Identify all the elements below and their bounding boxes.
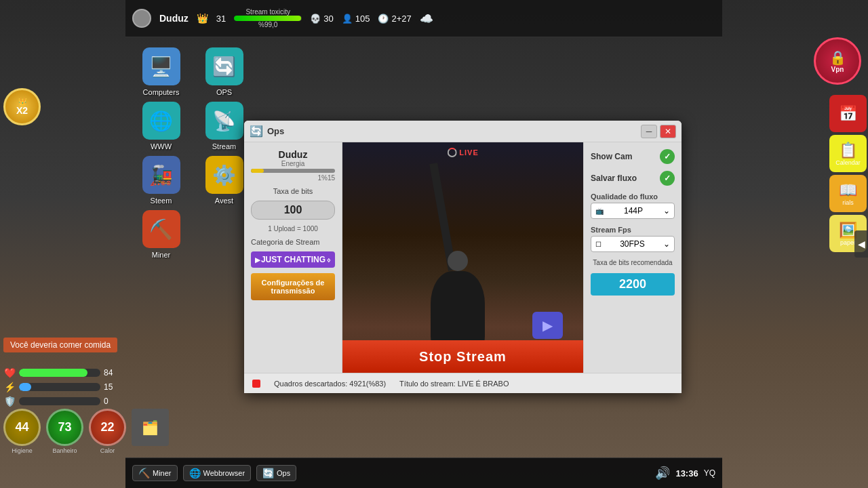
miner-taskbar-icon: ⛏️	[138, 468, 150, 479]
right-sidebar-icons: 📅 📋 Calendar 📖 rials 🖼️ paper	[829, 95, 867, 252]
salvar-fluxo-check[interactable]: ✓	[660, 171, 675, 186]
sidebar-docs-icon[interactable]: 📋 Calendar	[829, 135, 867, 172]
higiene-badge-container: 44 Higiene	[3, 409, 41, 454]
shield-value: 0	[104, 396, 121, 406]
ops-right-panel: Show Cam ✓ Salvar fluxo ✓ Qualidade do f…	[583, 142, 682, 373]
hud-username: Duduz	[159, 13, 189, 24]
sidebar-tutorials-icon[interactable]: 📖 rials	[829, 175, 867, 212]
shield-icon: 🛡️	[3, 396, 16, 407]
ops-stream-preview-container: ▶ LIVE Stop Stream	[342, 142, 583, 373]
miner-taskbar-label: Miner	[153, 469, 172, 477]
vpn-icon[interactable]: 🔒 Vpn	[814, 37, 861, 85]
energy-bar-bg	[19, 383, 100, 391]
live-spinner-icon	[447, 148, 456, 157]
ops-category-label: Categoria de Stream	[251, 238, 335, 246]
stream-game-object: ▶	[532, 312, 563, 339]
ops-taxa-label: Taxa de bits	[251, 187, 335, 195]
taskbar-extra-icon-img: 🗂️	[142, 420, 159, 436]
desktop-icon-www[interactable]: 🌐 WWW	[132, 102, 190, 150]
dropped-indicator-icon	[252, 380, 260, 388]
ops-taskbar-icon: 🔄	[262, 468, 274, 479]
shield-bar-bg	[19, 397, 100, 405]
desktop-icon-miner[interactable]: ⛏️ Miner	[132, 210, 190, 259]
fps-chevron-icon: ⌄	[663, 239, 670, 249]
game-object-icon: ▶	[542, 317, 553, 333]
ops-username: Duduz	[251, 149, 335, 160]
stream-preview: ▶ LIVE	[342, 142, 583, 373]
ops-user-section: Duduz Energia 1%15	[251, 149, 335, 182]
ops-upload-label: 1 Upload = 1000	[251, 225, 335, 232]
ops-taxa-input[interactable]: 100	[251, 201, 335, 220]
taskbar-item-ops[interactable]: 🔄 Ops	[256, 465, 296, 481]
desktop-icon-ops[interactable]: 🔄 OPS	[195, 47, 253, 96]
ops-window: 🔄 Ops ─ ✕ Duduz Energia 1%15 Taxa de bit…	[244, 121, 682, 393]
salvar-fluxo-row: Salvar fluxo ✓	[591, 171, 675, 186]
banheiro-value: 73	[58, 420, 71, 434]
taskbar-item-miner[interactable]: ⛏️ Miner	[132, 465, 178, 481]
taskbar-item-webbrowser[interactable]: 🌐 Webbrowser	[183, 465, 252, 481]
calendar-label: Calendar	[835, 159, 861, 166]
health-bar-fill	[19, 369, 87, 377]
miner-icon-label: Miner	[152, 251, 171, 259]
volume-icon[interactable]: 🔊	[655, 466, 670, 481]
ops-energia-label: Energia	[251, 160, 335, 167]
ops-icon-img: 🔄	[205, 47, 243, 85]
toxicity-label: Stream toxicity	[245, 8, 290, 16]
ops-category-select[interactable]: ▶ JUST CHATTING ⬨	[251, 251, 335, 268]
energy-value: 15	[104, 382, 121, 392]
banheiro-badge[interactable]: 73	[46, 409, 83, 446]
higiene-label: Higiene	[12, 447, 33, 454]
top-hud: Duduz 👑 31 Stream toxicity %99,0 💀 30 👤 …	[125, 0, 722, 37]
ops-energia-bar-bg	[251, 169, 335, 173]
vpn-label: Vpn	[831, 66, 844, 73]
person-icon: 👤	[342, 14, 353, 24]
sidebar-calendar-icon[interactable]: 📅	[829, 95, 867, 132]
ops-energia-pct: 1%15	[251, 174, 335, 182]
hud-avatar	[132, 9, 151, 28]
quality-value: 144P	[624, 206, 643, 216]
ops-titlebar: 🔄 Ops ─ ✕	[244, 121, 682, 142]
ops-config-button[interactable]: Configurações de transmissão	[251, 273, 335, 300]
level-badge: 👑 X2	[3, 88, 41, 125]
desktop-icon-computers[interactable]: 🖥️ Computers	[132, 47, 190, 96]
quality-chevron-icon: ⌄	[663, 206, 670, 216]
right-collapse-button[interactable]: ◀	[854, 230, 868, 258]
quality-select-box[interactable]: 📺 144P ⌄	[591, 203, 675, 219]
crown-value: 31	[216, 14, 226, 24]
fps-checkbox-icon: ☐	[595, 241, 601, 248]
toxicity-fill	[234, 16, 301, 21]
stop-stream-button[interactable]: Stop Stream	[342, 340, 583, 373]
ops-left-panel: Duduz Energia 1%15 Taxa de bits 100 1 Up…	[244, 142, 342, 373]
computers-icon-img: 🖥️	[142, 47, 180, 85]
show-cam-check[interactable]: ✓	[660, 149, 675, 164]
notification-text: Você deveria comer comida	[10, 340, 111, 350]
higiene-badge[interactable]: 44	[3, 409, 41, 446]
docs-icon: 📋	[839, 142, 857, 159]
health-stat-row: ❤️ 84	[3, 367, 121, 378]
energy-bar-fill	[19, 383, 31, 391]
notification-bar: Você deveria comer comida	[3, 338, 117, 352]
steem-icon-label: Steem	[151, 197, 172, 205]
quality-select-row: Qualidade do fluxo 📺 144P ⌄	[591, 192, 675, 219]
steem-icon-img: 🚂	[142, 156, 180, 194]
toxicity-bar-container: Stream toxicity %99,0	[234, 8, 302, 28]
ops-minimize-button[interactable]: ─	[641, 125, 657, 138]
ops-taskbar-label: Ops	[277, 469, 290, 477]
avest-icon-img: ⚙️	[205, 156, 243, 194]
tutorials-label: rials	[842, 199, 854, 206]
fps-select-box[interactable]: ☐ 30FPS ⌄	[591, 236, 675, 252]
banheiro-label: Banheiro	[52, 447, 77, 454]
ops-statusbar: Quadros descartados: 4921(%83) Título do…	[244, 373, 682, 393]
banheiro-badge-container: 73 Banheiro	[46, 409, 83, 454]
health-bar-bg	[19, 369, 100, 377]
higiene-value: 44	[15, 420, 28, 434]
toxicity-bar	[234, 16, 302, 21]
ops-category-icon: ▶	[255, 256, 260, 264]
desktop-icon-steem[interactable]: 🚂 Steem	[132, 156, 190, 205]
webbrowser-taskbar-label: Webbrowser	[203, 469, 245, 477]
ops-close-button[interactable]: ✕	[660, 125, 676, 138]
stream-icon-img: 📡	[205, 102, 243, 140]
calor-badge[interactable]: 22	[89, 409, 126, 446]
skull-stat: 💀 30	[310, 14, 333, 24]
live-indicator: LIVE	[447, 148, 478, 157]
